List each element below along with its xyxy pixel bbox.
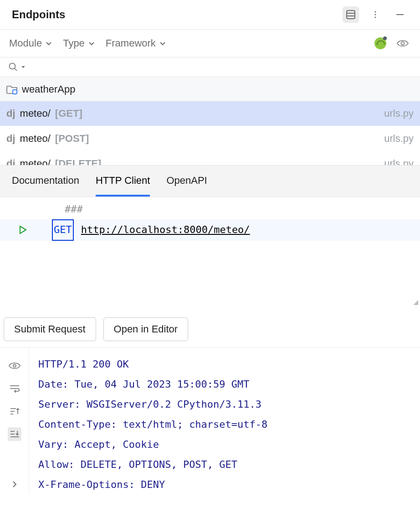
svg-point-8 [10,63,15,69]
svg-point-7 [401,42,405,45]
endpoint-framework-badge: dj [6,108,15,119]
search-bar [0,57,420,77]
wrap-icon [9,384,20,393]
endpoint-method: [GET] [55,108,82,119]
endpoint-file: urls.py [384,108,414,119]
tool-window-title: Endpoints [12,8,65,21]
wrap-lines-icon[interactable] [8,382,21,395]
svg-point-11 [13,364,16,367]
tab-label: Documentation [12,175,79,186]
http-url: http://localhost:8000/meteo/ [81,220,250,240]
more-options-button[interactable] [367,6,384,23]
details-tabs: Documentation HTTP Client OpenAPI [0,165,420,197]
action-bar: Submit Request Open in Editor [0,311,420,348]
svg-point-3 [374,11,376,12]
run-request-gutter[interactable] [16,225,29,235]
eye-icon [8,361,21,370]
endpoint-file: urls.py [384,158,414,165]
services-status-icon[interactable] [374,37,386,49]
endpoints-list: djmeteo/[GET]urls.pydjmeteo/[POST]urls.p… [0,101,420,165]
svg-rect-10 [13,90,17,94]
tab-documentation[interactable]: Documentation [12,166,79,197]
hide-tool-window-button[interactable] [392,6,408,23]
eye-button[interactable] [394,35,411,52]
view-mode-button[interactable] [343,6,359,23]
endpoint-row[interactable]: djmeteo/[DELETE]urls.py [0,151,420,165]
tab-label: OpenAPI [166,175,207,186]
header-actions [343,6,408,23]
endpoint-left: djmeteo/[POST] [6,133,89,145]
tab-label: HTTP Client [96,175,150,186]
chevron-down-icon [88,40,95,47]
filter-module[interactable]: Module [9,37,52,49]
expand-icon[interactable] [8,477,21,491]
module-icon [6,84,18,95]
module-row[interactable]: weatherApp [0,77,420,101]
endpoint-framework-badge: dj [6,133,15,145]
tab-http-client[interactable]: HTTP Client [96,166,150,197]
response-pane: HTTP/1.1 200 OK Date: Tue, 04 Jul 2023 1… [0,348,420,494]
response-view-icon[interactable] [8,359,21,373]
endpoint-method: [POST] [55,133,89,145]
search-icon[interactable] [8,62,18,72]
open-in-editor-button[interactable]: Open in Editor [103,317,189,341]
search-input[interactable] [28,62,412,72]
endpoint-left: djmeteo/[DELETE] [6,158,101,165]
endpoint-path: meteo/ [20,158,51,165]
endpoint-row[interactable]: djmeteo/[POST]urls.py [0,126,420,151]
resize-handle[interactable]: ◢ [413,294,417,310]
http-method: GET [52,219,74,241]
filter-type[interactable]: Type [63,37,95,49]
http-editor[interactable]: ### GET http://localhost:8000/meteo/ ◢ [0,197,420,311]
svg-point-4 [374,14,376,15]
chevron-right-icon [11,481,18,488]
sort-up-icon [9,406,20,416]
endpoint-framework-badge: dj [6,158,15,165]
chevron-down-icon [159,40,166,47]
endpoints-list-clip: djmeteo/[GET]urls.pydjmeteo/[POST]urls.p… [0,101,420,165]
module-name: weatherApp [22,83,75,95]
submit-request-button[interactable]: Submit Request [4,317,96,341]
filter-label: Module [9,37,42,49]
filter-framework[interactable]: Framework [106,37,166,49]
endpoint-left: djmeteo/[GET] [6,108,82,119]
tab-openapi[interactable]: OpenAPI [166,166,207,197]
minimize-icon [395,10,405,19]
endpoint-row[interactable]: djmeteo/[GET]urls.py [0,101,420,126]
sort-icon[interactable] [8,404,21,418]
scroll-to-end-icon[interactable] [8,427,21,441]
svg-line-9 [15,68,17,71]
play-icon [18,225,27,235]
endpoint-path: meteo/ [20,108,51,119]
endpoint-method: [DELETE] [55,158,101,165]
tool-window-header: Endpoints [0,0,420,30]
filter-label: Framework [106,37,156,49]
chevron-down-icon [46,40,52,47]
filter-label: Type [63,37,85,49]
response-text[interactable]: HTTP/1.1 200 OK Date: Tue, 04 Jul 2023 1… [29,348,420,494]
filter-group: Module Type Framework [9,37,166,49]
eye-icon [396,38,409,48]
filter-bar: Module Type Framework [0,30,420,57]
editor-comment: ### [36,200,83,219]
response-gutter [0,348,29,494]
filter-right-actions [374,35,411,52]
search-dropdown-icon[interactable] [21,65,26,69]
scroll-down-icon [9,429,20,439]
svg-rect-0 [347,10,355,19]
endpoint-path: meteo/ [20,133,51,145]
layout-icon [345,9,356,20]
endpoint-file: urls.py [384,133,414,145]
svg-point-5 [374,16,376,18]
kebab-icon [371,10,380,19]
